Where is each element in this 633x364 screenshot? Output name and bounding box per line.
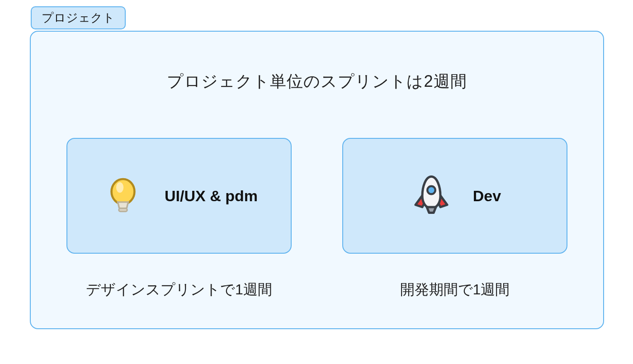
- card-group-design: UI/UX & pdm デザインスプリントで1週間: [66, 138, 292, 300]
- panel-headline: プロジェクト単位のスプリントは2週間: [167, 71, 467, 93]
- card-design: UI/UX & pdm: [66, 138, 292, 254]
- svg-rect-2: [119, 208, 128, 212]
- bulb-icon: [100, 171, 146, 221]
- svg-point-1: [116, 182, 123, 193]
- card-group-dev: Dev 開発期間で1週間: [342, 138, 567, 300]
- svg-point-0: [112, 179, 135, 204]
- card-dev: Dev: [342, 138, 567, 254]
- svg-point-3: [427, 186, 435, 194]
- project-tab: プロジェクト: [31, 6, 126, 29]
- project-tab-label: プロジェクト: [42, 11, 115, 24]
- card-design-sub: デザインスプリントで1週間: [86, 280, 272, 300]
- project-panel: プロジェクト単位のスプリントは2週間 UI/UX & pdm デザインスプリント…: [30, 31, 604, 329]
- card-dev-label: Dev: [473, 187, 501, 205]
- cards-row: UI/UX & pdm デザインスプリントで1週間: [31, 138, 603, 300]
- card-dev-sub: 開発期間で1週間: [400, 280, 510, 300]
- rocket-icon: [409, 171, 454, 221]
- card-design-label: UI/UX & pdm: [165, 187, 258, 205]
